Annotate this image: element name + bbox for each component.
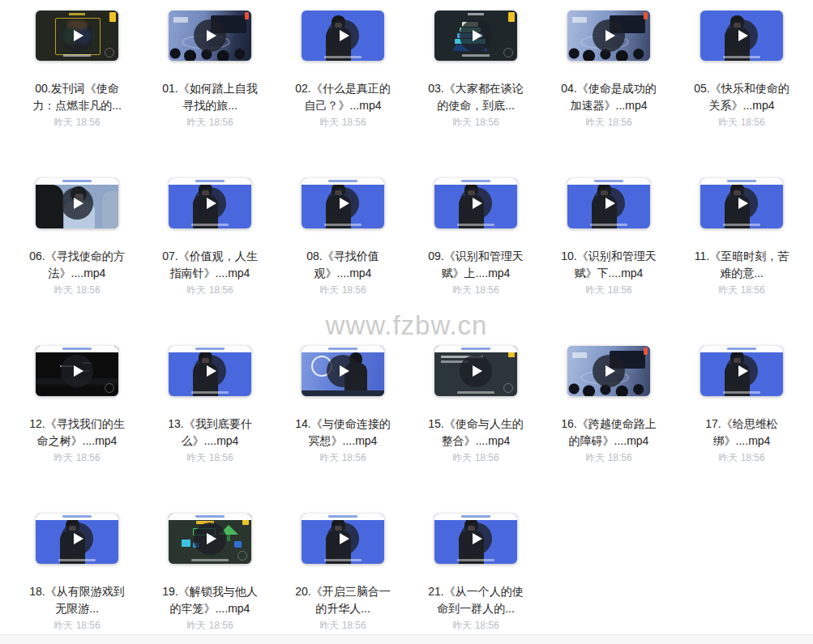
- play-icon: [61, 187, 93, 220]
- file-name: 12.《寻找我们的生命之树》....mp4: [29, 416, 125, 450]
- file-timestamp: 昨天 18:56: [452, 452, 498, 464]
- file-item[interactable]: 06.《寻找使命的方法》....mp4 昨天 18:56: [11, 178, 143, 346]
- file-item[interactable]: 08.《寻找价值观》....mp4 昨天 18:56: [276, 178, 409, 346]
- file-timestamp: 昨天 18:56: [319, 117, 366, 129]
- video-thumbnail[interactable]: [700, 178, 783, 228]
- file-item[interactable]: 17.《给思维松绑》....mp4 昨天 18:56: [675, 346, 808, 514]
- video-thumbnail[interactable]: [700, 346, 783, 396]
- file-name: 17.《给思维松绑》....mp4: [694, 416, 789, 450]
- video-thumbnail[interactable]: [36, 178, 118, 228]
- file-timestamp: 昨天 18:56: [53, 452, 100, 464]
- video-thumbnail[interactable]: [36, 11, 118, 61]
- file-timestamp: 昨天 18:56: [319, 452, 366, 464]
- file-item[interactable]: 09.《识别和管理天赋》上....mp4 昨天 18:56: [409, 178, 542, 346]
- file-item[interactable]: 04.《使命是成功的加速器》...mp4 昨天 18:56: [542, 11, 675, 178]
- file-name: 06.《寻找使命的方法》....mp4: [29, 248, 125, 282]
- file-timestamp: 昨天 18:56: [186, 452, 233, 464]
- file-item[interactable]: 03.《大家都在谈论的使命，到底... 昨天 18:56: [409, 11, 542, 178]
- video-thumbnail[interactable]: [700, 11, 783, 61]
- file-item[interactable]: 19.《解锁我与他人的牢笼》....mp4 昨天 18:56: [143, 514, 276, 644]
- play-icon: [194, 355, 226, 387]
- file-name: 04.《使命是成功的加速器》...mp4: [561, 80, 657, 114]
- file-timestamp: 昨天 18:56: [718, 284, 764, 296]
- file-item[interactable]: 21.《从一个人的使命到一群人的... 昨天 18:56: [409, 514, 542, 644]
- play-icon: [593, 187, 625, 220]
- file-item[interactable]: 20.《开启三脑合一的升华人... 昨天 18:56: [276, 514, 409, 644]
- footer-bar: [0, 634, 813, 644]
- file-timestamp: 昨天 18:56: [319, 620, 366, 632]
- file-name: 10.《识别和管理天赋》下....mp4: [561, 248, 657, 282]
- video-thumbnail[interactable]: [169, 346, 251, 396]
- file-item[interactable]: 10.《识别和管理天赋》下....mp4 昨天 18:56: [542, 178, 675, 346]
- file-name: 21.《从一个人的使命到一群人的...: [428, 583, 524, 617]
- file-name: 14.《与使命连接的冥想》....mp4: [295, 416, 391, 450]
- file-name: 08.《寻找价值观》....mp4: [295, 248, 391, 282]
- file-name: 09.《识别和管理天赋》上....mp4: [428, 248, 524, 282]
- play-icon: [327, 355, 359, 387]
- file-item[interactable]: 14.《与使命连接的冥想》....mp4 昨天 18:56: [276, 346, 409, 514]
- video-thumbnail[interactable]: [302, 514, 384, 564]
- file-item[interactable]: 07.《价值观，人生指南针》....mp4 昨天 18:56: [143, 178, 276, 346]
- file-item[interactable]: 00.发刊词《使命力：点燃非凡的... 昨天 18:56: [11, 11, 143, 178]
- play-icon: [61, 19, 93, 52]
- video-thumbnail[interactable]: [302, 346, 384, 396]
- video-thumbnail[interactable]: [36, 514, 118, 564]
- file-name: 15.《使命与人生的整合》....mp4: [428, 416, 524, 450]
- file-item[interactable]: 02.《什么是真正的自己？》...mp4 昨天 18:56: [276, 11, 409, 178]
- file-name: 13.《我到底要什么》....mp4: [162, 416, 258, 450]
- file-name: 07.《价值观，人生指南针》....mp4: [162, 248, 258, 282]
- file-item[interactable]: 12.《寻找我们的生命之树》....mp4 昨天 18:56: [11, 346, 143, 514]
- play-icon: [725, 355, 758, 387]
- file-timestamp: 昨天 18:56: [186, 620, 233, 632]
- file-timestamp: 昨天 18:56: [53, 620, 100, 632]
- video-thumbnail[interactable]: [169, 178, 251, 228]
- play-icon: [194, 19, 226, 52]
- play-icon: [460, 522, 492, 555]
- play-icon: [460, 187, 492, 220]
- play-icon: [460, 19, 492, 52]
- file-timestamp: 昨天 18:56: [452, 620, 498, 632]
- video-thumbnail[interactable]: [302, 11, 384, 61]
- file-timestamp: 昨天 18:56: [53, 117, 100, 129]
- file-item[interactable]: 11.《至暗时刻，苦难的意... 昨天 18:56: [675, 178, 808, 346]
- file-timestamp: 昨天 18:56: [319, 284, 366, 296]
- file-name: 16.《跨越使命路上的障碍》....mp4: [561, 416, 657, 450]
- file-name: 00.发刊词《使命力：点燃非凡的...: [29, 80, 125, 114]
- video-thumbnail[interactable]: [567, 346, 650, 396]
- play-icon: [725, 19, 758, 52]
- video-thumbnail[interactable]: [434, 11, 517, 61]
- file-timestamp: 昨天 18:56: [585, 452, 631, 464]
- play-icon: [327, 187, 359, 220]
- video-thumbnail[interactable]: [567, 178, 650, 228]
- files-grid: 00.发刊词《使命力：点燃非凡的... 昨天 18:56 01.《如何踏上自我寻…: [0, 0, 813, 644]
- video-thumbnail[interactable]: [434, 346, 517, 396]
- file-item[interactable]: 01.《如何踏上自我寻找的旅... 昨天 18:56: [143, 11, 276, 178]
- play-icon: [725, 187, 758, 220]
- file-item[interactable]: 18.《从有限游戏到无限游... 昨天 18:56: [11, 514, 143, 644]
- file-name: 03.《大家都在谈论的使命，到底...: [428, 80, 524, 114]
- file-timestamp: 昨天 18:56: [585, 284, 631, 296]
- video-thumbnail[interactable]: [567, 11, 650, 61]
- video-thumbnail[interactable]: [434, 178, 517, 228]
- play-icon: [593, 19, 625, 52]
- file-timestamp: 昨天 18:56: [718, 452, 764, 464]
- file-name: 19.《解锁我与他人的牢笼》....mp4: [162, 583, 258, 617]
- file-timestamp: 昨天 18:56: [53, 284, 100, 296]
- video-thumbnail[interactable]: [36, 346, 118, 396]
- file-item[interactable]: 16.《跨越使命路上的障碍》....mp4 昨天 18:56: [542, 346, 675, 514]
- file-timestamp: 昨天 18:56: [718, 117, 764, 129]
- file-timestamp: 昨天 18:56: [585, 117, 631, 129]
- file-item[interactable]: 13.《我到底要什么》....mp4 昨天 18:56: [143, 346, 276, 514]
- video-thumbnail[interactable]: [169, 514, 251, 564]
- play-icon: [460, 355, 492, 387]
- video-thumbnail[interactable]: [169, 11, 251, 61]
- file-item[interactable]: 05.《快乐和使命的关系》...mp4 昨天 18:56: [675, 11, 808, 178]
- file-name: 18.《从有限游戏到无限游...: [29, 583, 125, 617]
- video-thumbnail[interactable]: [302, 178, 384, 228]
- play-icon: [194, 187, 226, 220]
- file-item[interactable]: 15.《使命与人生的整合》....mp4 昨天 18:56: [409, 346, 542, 514]
- video-thumbnail[interactable]: [434, 514, 517, 564]
- file-name: 05.《快乐和使命的关系》...mp4: [694, 80, 789, 114]
- file-timestamp: 昨天 18:56: [452, 284, 498, 296]
- file-timestamp: 昨天 18:56: [452, 117, 498, 129]
